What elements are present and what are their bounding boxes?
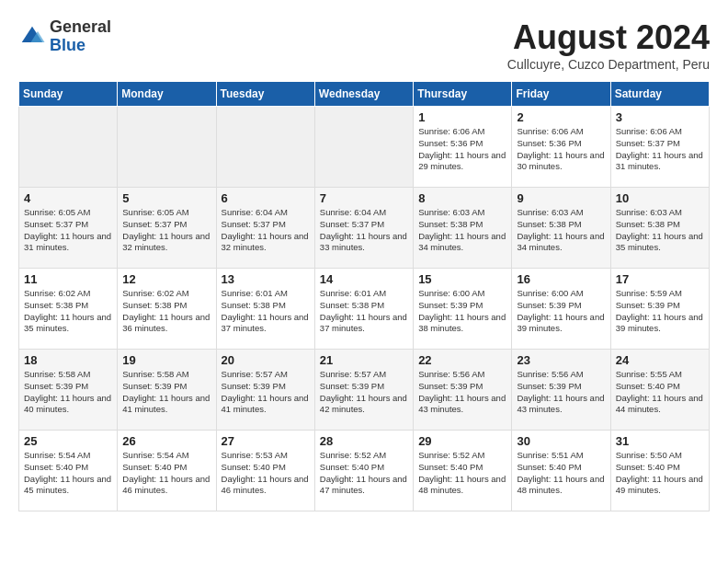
day-info: Sunrise: 6:04 AMSunset: 5:37 PMDaylight:… xyxy=(222,207,309,252)
day-info: Sunrise: 6:05 AMSunset: 5:37 PMDaylight:… xyxy=(122,207,210,252)
day-info: Sunrise: 6:06 AMSunset: 5:37 PMDaylight:… xyxy=(616,126,703,171)
day-number: 3 xyxy=(616,110,704,124)
day-info: Sunrise: 6:02 AMSunset: 5:38 PMDaylight:… xyxy=(122,288,210,333)
calendar-cell: 9 Sunrise: 6:03 AMSunset: 5:38 PMDayligh… xyxy=(512,188,610,269)
calendar-cell: 8 Sunrise: 6:03 AMSunset: 5:38 PMDayligh… xyxy=(414,188,512,269)
page-header: General Blue August 2024 Cullcuyre, Cuzc… xyxy=(18,18,710,72)
calendar-cell xyxy=(19,107,118,188)
calendar-cell: 10 Sunrise: 6:03 AMSunset: 5:38 PMDaylig… xyxy=(610,188,709,269)
day-number: 9 xyxy=(517,191,605,205)
calendar-cell: 5 Sunrise: 6:05 AMSunset: 5:37 PMDayligh… xyxy=(118,188,216,269)
day-number: 21 xyxy=(320,353,408,367)
calendar-week-row: 18 Sunrise: 5:58 AMSunset: 5:39 PMDaylig… xyxy=(19,350,710,431)
weekday-header-row: SundayMondayTuesdayWednesdayThursdayFrid… xyxy=(19,82,710,107)
day-info: Sunrise: 6:03 AMSunset: 5:38 PMDaylight:… xyxy=(418,207,506,252)
calendar-cell: 6 Sunrise: 6:04 AMSunset: 5:37 PMDayligh… xyxy=(216,188,314,269)
calendar-table: SundayMondayTuesdayWednesdayThursdayFrid… xyxy=(18,81,710,511)
day-info: Sunrise: 5:57 AMSunset: 5:39 PMDaylight:… xyxy=(320,369,407,414)
logo-blue: Blue xyxy=(50,37,111,55)
day-info: Sunrise: 5:58 AMSunset: 5:39 PMDaylight:… xyxy=(122,369,210,414)
calendar-cell: 7 Sunrise: 6:04 AMSunset: 5:37 PMDayligh… xyxy=(314,188,413,269)
calendar-cell: 12 Sunrise: 6:02 AMSunset: 5:38 PMDaylig… xyxy=(118,269,216,350)
calendar-cell: 28 Sunrise: 5:52 AMSunset: 5:40 PMDaylig… xyxy=(314,431,413,511)
calendar-cell: 27 Sunrise: 5:53 AMSunset: 5:40 PMDaylig… xyxy=(216,431,314,511)
calendar-cell: 19 Sunrise: 5:58 AMSunset: 5:39 PMDaylig… xyxy=(118,350,216,431)
day-number: 7 xyxy=(320,191,408,205)
weekday-header: Tuesday xyxy=(216,82,314,107)
day-number: 16 xyxy=(517,272,605,286)
calendar-cell: 23 Sunrise: 5:56 AMSunset: 5:39 PMDaylig… xyxy=(512,350,610,431)
day-number: 11 xyxy=(24,272,112,286)
calendar-cell: 4 Sunrise: 6:05 AMSunset: 5:37 PMDayligh… xyxy=(19,188,118,269)
calendar-cell: 3 Sunrise: 6:06 AMSunset: 5:37 PMDayligh… xyxy=(610,107,709,188)
day-info: Sunrise: 6:03 AMSunset: 5:38 PMDaylight:… xyxy=(517,207,604,252)
day-number: 1 xyxy=(418,110,506,124)
calendar-cell: 18 Sunrise: 5:58 AMSunset: 5:39 PMDaylig… xyxy=(19,350,118,431)
day-info: Sunrise: 6:01 AMSunset: 5:38 PMDaylight:… xyxy=(222,288,309,333)
calendar-cell: 31 Sunrise: 5:50 AMSunset: 5:40 PMDaylig… xyxy=(610,431,709,511)
day-number: 14 xyxy=(320,272,408,286)
day-info: Sunrise: 5:52 AMSunset: 5:40 PMDaylight:… xyxy=(418,450,506,495)
day-number: 5 xyxy=(122,191,210,205)
weekday-header: Saturday xyxy=(610,82,709,107)
day-number: 27 xyxy=(222,434,310,448)
day-number: 17 xyxy=(616,272,704,286)
calendar-week-row: 11 Sunrise: 6:02 AMSunset: 5:38 PMDaylig… xyxy=(19,269,710,350)
day-info: Sunrise: 6:03 AMSunset: 5:38 PMDaylight:… xyxy=(616,207,703,252)
day-number: 20 xyxy=(222,353,310,367)
calendar-week-row: 4 Sunrise: 6:05 AMSunset: 5:37 PMDayligh… xyxy=(19,188,710,269)
day-info: Sunrise: 6:00 AMSunset: 5:39 PMDaylight:… xyxy=(418,288,506,333)
day-number: 26 xyxy=(122,434,210,448)
calendar-cell xyxy=(216,107,314,188)
location: Cullcuyre, Cuzco Department, Peru xyxy=(507,57,710,72)
calendar-cell xyxy=(314,107,413,188)
calendar-cell: 15 Sunrise: 6:00 AMSunset: 5:39 PMDaylig… xyxy=(414,269,512,350)
day-number: 12 xyxy=(122,272,210,286)
day-info: Sunrise: 6:06 AMSunset: 5:36 PMDaylight:… xyxy=(517,126,604,171)
weekday-header: Thursday xyxy=(414,82,512,107)
calendar-cell: 16 Sunrise: 6:00 AMSunset: 5:39 PMDaylig… xyxy=(512,269,610,350)
calendar-cell: 24 Sunrise: 5:55 AMSunset: 5:40 PMDaylig… xyxy=(610,350,709,431)
day-number: 25 xyxy=(24,434,112,448)
day-number: 15 xyxy=(418,272,506,286)
calendar-cell: 13 Sunrise: 6:01 AMSunset: 5:38 PMDaylig… xyxy=(216,269,314,350)
calendar-cell: 17 Sunrise: 5:59 AMSunset: 5:39 PMDaylig… xyxy=(610,269,709,350)
day-info: Sunrise: 5:56 AMSunset: 5:39 PMDaylight:… xyxy=(517,369,604,414)
day-number: 18 xyxy=(24,353,112,367)
day-number: 19 xyxy=(122,353,210,367)
day-info: Sunrise: 5:58 AMSunset: 5:39 PMDaylight:… xyxy=(24,369,111,414)
day-info: Sunrise: 5:55 AMSunset: 5:40 PMDaylight:… xyxy=(616,369,703,414)
day-number: 24 xyxy=(616,353,704,367)
day-info: Sunrise: 6:05 AMSunset: 5:37 PMDaylight:… xyxy=(24,207,111,252)
day-info: Sunrise: 5:54 AMSunset: 5:40 PMDaylight:… xyxy=(24,450,111,495)
calendar-cell: 30 Sunrise: 5:51 AMSunset: 5:40 PMDaylig… xyxy=(512,431,610,511)
day-info: Sunrise: 5:54 AMSunset: 5:40 PMDaylight:… xyxy=(122,450,210,495)
day-number: 6 xyxy=(222,191,310,205)
day-number: 10 xyxy=(616,191,704,205)
day-number: 4 xyxy=(24,191,112,205)
day-info: Sunrise: 5:53 AMSunset: 5:40 PMDaylight:… xyxy=(222,450,309,495)
day-info: Sunrise: 5:56 AMSunset: 5:39 PMDaylight:… xyxy=(418,369,506,414)
weekday-header: Monday xyxy=(118,82,216,107)
day-number: 2 xyxy=(517,110,605,124)
day-info: Sunrise: 6:00 AMSunset: 5:39 PMDaylight:… xyxy=(517,288,604,333)
day-number: 28 xyxy=(320,434,408,448)
day-number: 22 xyxy=(418,353,506,367)
day-number: 8 xyxy=(418,191,506,205)
title-block: August 2024 Cullcuyre, Cuzco Department,… xyxy=(507,18,710,72)
calendar-cell: 20 Sunrise: 5:57 AMSunset: 5:39 PMDaylig… xyxy=(216,350,314,431)
weekday-header: Sunday xyxy=(19,82,118,107)
day-number: 13 xyxy=(222,272,310,286)
day-number: 23 xyxy=(517,353,605,367)
day-info: Sunrise: 6:06 AMSunset: 5:36 PMDaylight:… xyxy=(418,126,506,171)
day-number: 29 xyxy=(418,434,506,448)
calendar-cell: 25 Sunrise: 5:54 AMSunset: 5:40 PMDaylig… xyxy=(19,431,118,511)
calendar-cell: 22 Sunrise: 5:56 AMSunset: 5:39 PMDaylig… xyxy=(414,350,512,431)
calendar-week-row: 25 Sunrise: 5:54 AMSunset: 5:40 PMDaylig… xyxy=(19,431,710,511)
day-info: Sunrise: 6:02 AMSunset: 5:38 PMDaylight:… xyxy=(24,288,111,333)
calendar-cell: 26 Sunrise: 5:54 AMSunset: 5:40 PMDaylig… xyxy=(118,431,216,511)
day-info: Sunrise: 6:04 AMSunset: 5:37 PMDaylight:… xyxy=(320,207,407,252)
day-info: Sunrise: 5:57 AMSunset: 5:39 PMDaylight:… xyxy=(222,369,309,414)
calendar-cell xyxy=(118,107,216,188)
day-number: 30 xyxy=(517,434,605,448)
